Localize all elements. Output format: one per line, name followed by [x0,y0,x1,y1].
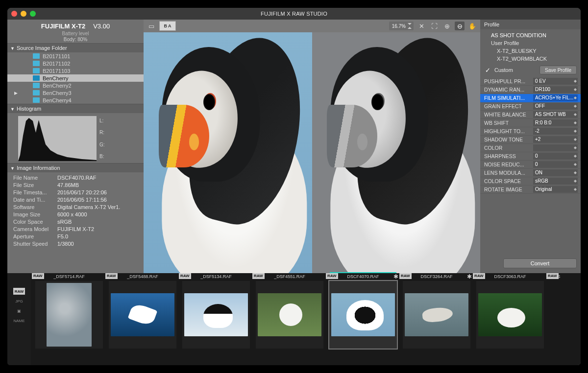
profile-item[interactable]: X-T2_WORMBLACK [487,55,581,63]
compare-view[interactable]: BEFORE AFTER [144,32,480,273]
info-key: File Size [13,182,53,189]
filter-name-badge[interactable]: NAME [13,317,24,324]
setting-row[interactable]: NOISE REDUC...0 [480,161,581,169]
custom-label[interactable]: Custom [494,67,513,73]
filter-raw-badge[interactable]: RAW [13,288,25,295]
thumbnail-image[interactable] [35,281,103,349]
setting-row[interactable]: COLOR [480,144,581,152]
single-view-button[interactable]: ▭ [147,22,156,30]
folder-item[interactable]: B20171103 [7,67,144,74]
folder-item[interactable]: BenCherry4 [7,96,144,104]
convert-button[interactable]: Convert [503,258,577,268]
setting-row[interactable]: SHARPNESS0 [480,152,581,161]
setting-value-dropdown[interactable]: R:0 B:0 [533,119,578,126]
setting-row[interactable]: HIGHLIGHT TO...-2 [480,127,581,136]
info-value: sRGB [57,218,72,226]
zoom-out-icon[interactable]: ⊖ [455,22,465,30]
info-row: Shutter Speed1/3800 [13,240,140,248]
filter-jpg-badge[interactable]: JPG [15,298,23,304]
setting-value-dropdown[interactable]: +2 [533,136,578,143]
setting-row[interactable]: FILM SIMULATI...ACROS+Ye FIL... [480,94,581,102]
setting-value-dropdown[interactable] [533,144,578,151]
info-row: ApertureF5.0 [13,233,140,240]
setting-row[interactable]: WB SHIFTR:0 B:0 [480,119,581,127]
setting-key: PUSH/PULL PR... [484,78,531,84]
image-info-header[interactable]: Image Information [7,163,144,172]
zoom-dropdown[interactable]: 16.7% [389,22,414,30]
image-info: File NameDSCF4070.RAFFile Size47.86MBFil… [7,172,144,254]
setting-row[interactable]: COLOR SPACEsRGB [480,177,581,186]
profile-as-shot[interactable]: AS SHOT CONDITION [487,31,581,39]
setting-value-dropdown[interactable]: DR100 [533,86,578,93]
info-key: File Name [13,174,53,182]
thumbnail-image[interactable] [182,281,250,349]
setting-value-dropdown[interactable]: sRGB [533,178,578,185]
folder-list: B20171101B20171102B20171103BenCherryBenC… [7,52,144,104]
thumbnail[interactable]: RAWDSCF4070.RAF✱ [327,273,399,349]
setting-value-dropdown[interactable]: OFF [533,103,578,110]
save-profile-button[interactable]: Save Profile [539,66,577,74]
thumbnail-image[interactable] [256,281,323,349]
setting-row[interactable]: DYNAMIC RAN...DR100 [480,86,581,94]
info-row: Camera ModelFUJIFILM X-T2 [13,226,140,233]
setting-key: HIGHLIGHT TO... [484,128,531,134]
window-close-button[interactable] [11,11,17,17]
thumbnail-strip[interactable]: RAW_DSF5714.RAFRAW_DSF5488.RAFRAW_DSF513… [31,273,581,365]
setting-value-dropdown[interactable]: Original [533,186,578,193]
folder-item[interactable]: BenCherry [7,74,144,82]
thumbnail-image[interactable] [403,281,470,349]
folder-item[interactable]: B20171101 [7,52,144,60]
thumbnail[interactable]: RAWDSCF3264.RAF✱ [400,273,473,349]
before-after-toggle[interactable]: B A [159,21,176,31]
setting-value-dropdown[interactable]: 0 [533,161,578,168]
setting-value-dropdown[interactable]: -2 [533,128,578,135]
folder-item[interactable]: BenCherry2 [7,82,144,89]
info-value: 6000 x 4000 [57,211,87,218]
setting-row[interactable]: WHITE BALANCEAS SHOT WB [480,111,581,119]
source-folder-header[interactable]: Source Image Folder [7,43,144,52]
setting-row[interactable]: ROTATE IMAGEOriginal [480,186,581,194]
crop-icon[interactable]: ✕ [416,22,426,30]
thumbnail-image[interactable] [476,281,544,349]
thumbnail[interactable]: RAW_DSF4551.RAF [253,273,326,349]
before-pane[interactable]: BEFORE [144,32,312,273]
zoom-in-icon[interactable]: ⊕ [442,22,452,30]
profile-item[interactable]: X-T2_BLUESKY [487,47,581,55]
setting-value-dropdown[interactable]: 0 EV [533,78,578,85]
thumbnail-image[interactable] [329,281,397,349]
custom-profile-row: ✓ Custom Save Profile [480,63,581,77]
setting-value-dropdown[interactable]: ON [533,169,578,176]
after-pane[interactable]: AFTER [312,32,481,273]
folder-name: BenCherry3 [43,90,72,96]
setting-value-dropdown[interactable]: AS SHOT WB [533,111,578,118]
setting-value-dropdown[interactable]: ACROS+Ye FIL... [533,94,578,101]
window-zoom-button[interactable] [30,11,36,17]
folder-item[interactable]: B20171102 [7,60,144,67]
setting-row[interactable]: GRAIN EFFECTOFF [480,102,581,111]
raw-badge: RAW [32,273,44,279]
setting-row[interactable]: LENS MODULA...ON [480,169,581,177]
raw-badge: RAW [546,273,559,279]
app-title: FUJIFILM X RAW STUDIO [261,11,327,17]
setting-value-dropdown[interactable]: 0 [533,153,578,160]
folder-name: B20171102 [43,61,70,67]
histogram-header[interactable]: Histogram [7,104,144,113]
pan-hand-icon[interactable]: ✋ [467,22,477,30]
fit-icon[interactable]: ⛶ [429,22,439,30]
svg-marker-0 [18,118,97,161]
setting-row[interactable]: PUSH/PULL PR...0 EV [480,77,581,86]
disclosure-icon [10,165,15,171]
window-minimize-button[interactable] [21,11,26,17]
thumbnail[interactable]: RAW_DSF5488.RAF [106,273,179,349]
histogram[interactable] [18,116,97,161]
folder-item[interactable]: ▶BenCherry3 [7,89,144,96]
thumbnail[interactable]: RAW_DSF5714.RAF [33,273,105,349]
thumbnail[interactable]: RAWDSCF3063.RAF [474,273,546,349]
thumbnail-image[interactable] [109,281,176,349]
setting-row[interactable]: SHADOW TONE+2 [480,136,581,144]
left-panel: FUJIFILM X-T2V3.00 Battery level Body: 8… [7,20,144,273]
info-key: Aperture [13,233,53,240]
filter-camera-icon[interactable]: ▣ [17,307,21,314]
raw-badge: RAW [179,273,191,279]
thumbnail[interactable]: RAW_DSF5134.RAF [180,273,252,349]
